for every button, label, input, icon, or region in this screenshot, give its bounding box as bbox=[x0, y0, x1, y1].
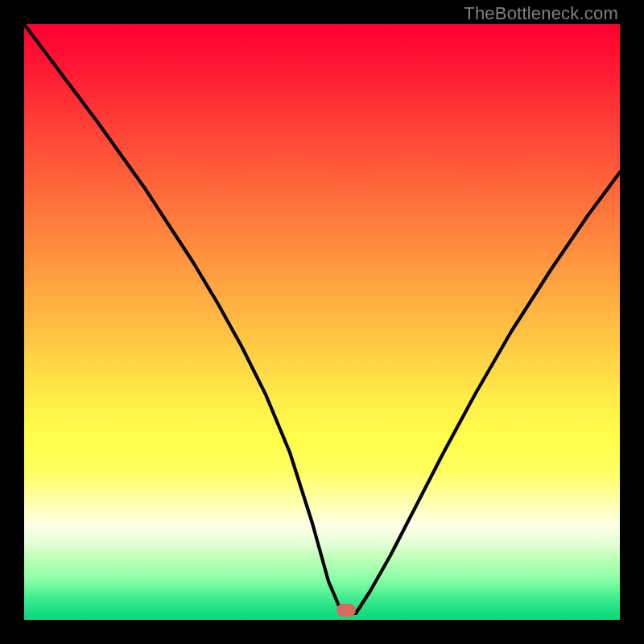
minimum-marker bbox=[336, 604, 356, 617]
outer-frame: TheBottleneck.com bbox=[0, 0, 644, 644]
curve-path bbox=[24, 24, 620, 613]
bottleneck-curve bbox=[24, 24, 620, 620]
attribution-text: TheBottleneck.com bbox=[464, 3, 618, 24]
plot-area bbox=[24, 24, 620, 620]
